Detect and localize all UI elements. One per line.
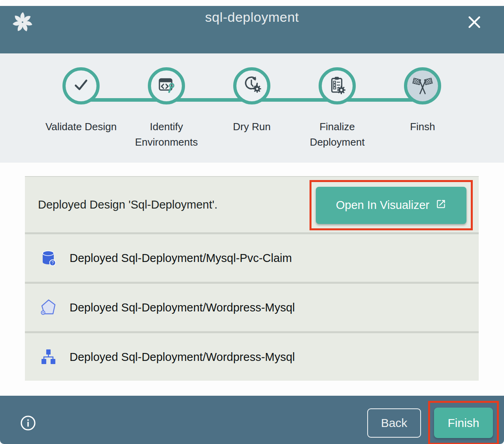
check-icon	[71, 75, 91, 97]
step-validate-design: Validate Design	[38, 67, 124, 150]
step-circle-finish-active	[404, 67, 441, 104]
finish-button[interactable]: Finish	[434, 408, 493, 438]
step-label: Dry Run	[233, 119, 270, 135]
open-in-visualizer-label: Open In Visualizer	[336, 199, 429, 212]
finish-flags-icon	[412, 75, 433, 97]
result-text: Deployed Sql-Deployment/Wordpress-Mysql	[70, 351, 295, 364]
result-text: Deployed Sql-Deployment/Mysql-Pvc-Claim	[70, 252, 292, 265]
deployed-design-text: Deployed Design 'Sql-Deployment'.	[25, 198, 217, 211]
deployment-wizard-modal: sql-deployment Validate Design	[0, 0, 504, 444]
back-button[interactable]: Back	[367, 408, 421, 438]
hierarchy-icon	[39, 347, 58, 366]
nirmata-logo-icon	[11, 11, 34, 34]
svg-text:?: ?	[51, 261, 54, 265]
highlight-box-visualizer: Open In Visualizer	[310, 180, 473, 230]
clipboard-gear-icon	[327, 75, 347, 97]
code-wrench-icon	[157, 75, 176, 97]
result-text: Deployed Sql-Deployment/Wordpress-Mysql	[70, 301, 295, 314]
result-row-wordpress-mysql-2: Deployed Sql-Deployment/Wordpress-Mysql	[25, 331, 479, 381]
open-in-visualizer-button[interactable]: Open In Visualizer	[316, 187, 466, 224]
dry-run-sync-gear-icon	[242, 75, 262, 97]
step-finalize-deployment: Finalize Deployment	[294, 67, 380, 150]
external-link-icon	[436, 199, 446, 212]
step-label: Identify Environments	[127, 119, 206, 150]
result-row-pvc-claim: ? Deployed Sql-Deployment/Mysql-Pvc-Clai…	[25, 232, 479, 282]
step-dry-run: Dry Run	[209, 67, 294, 150]
step-circle-identify	[148, 67, 185, 104]
deployment-results: Deployed Design 'Sql-Deployment'. Open I…	[0, 163, 504, 396]
pentagon-shape-icon	[39, 298, 58, 317]
modal-footer: Back Finish	[0, 396, 504, 444]
info-icon[interactable]	[19, 414, 37, 432]
database-question-icon: ?	[39, 249, 58, 268]
modal-header: sql-deployment	[0, 6, 504, 53]
step-circle-finalize	[319, 67, 356, 104]
modal-title: sql-deployment	[0, 6, 504, 28]
result-row-wordpress-mysql-1: Deployed Sql-Deployment/Wordpress-Mysql	[25, 282, 479, 331]
step-identify-environments: Identify Environments	[124, 67, 209, 150]
wizard-stepper: Validate Design Identify Environment	[0, 53, 504, 163]
step-label: Validate Design	[45, 119, 117, 135]
deployed-design-row: Deployed Design 'Sql-Deployment'. Open I…	[25, 176, 479, 232]
step-circle-validate	[62, 67, 100, 104]
step-finish: Finsh	[380, 67, 465, 150]
step-circle-dry-run	[233, 67, 270, 104]
step-label: Finsh	[410, 119, 435, 135]
step-label: Finalize Deployment	[298, 119, 377, 150]
close-icon[interactable]	[465, 13, 483, 31]
highlight-box-finish: Finish	[428, 401, 499, 444]
